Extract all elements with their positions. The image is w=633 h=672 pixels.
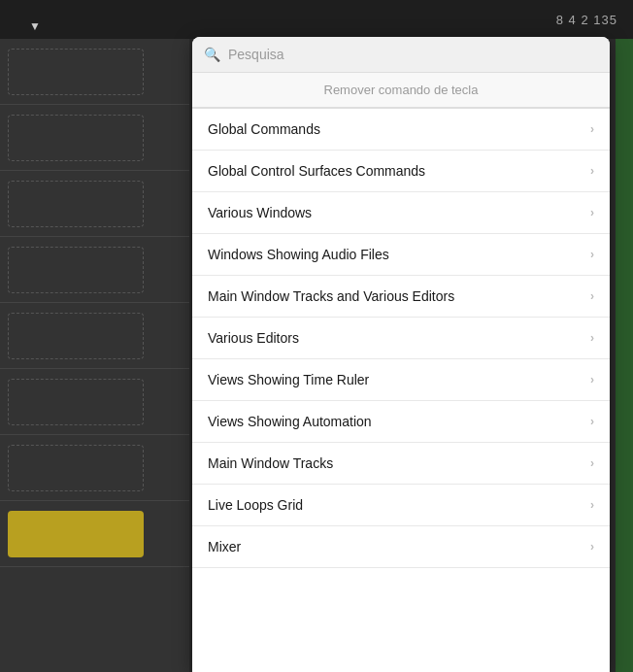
remove-command-label: Remover comando de tecla xyxy=(192,73,610,108)
top-bar-numbers: 8 4 2 135 xyxy=(556,13,617,27)
chevron-right-icon: › xyxy=(590,331,594,345)
menu-item-label-live-loops-grid: Live Loops Grid xyxy=(208,497,303,513)
menu-item-label-windows-audio-files: Windows Showing Audio Files xyxy=(208,247,389,262)
track-row-2 xyxy=(0,105,189,171)
menu-item-label-various-windows: Various Windows xyxy=(208,205,312,220)
menu-item-global-commands[interactable]: Global Commands› xyxy=(192,109,610,151)
menu-item-views-automation[interactable]: Views Showing Automation› xyxy=(192,401,610,443)
menu-item-various-windows[interactable]: Various Windows› xyxy=(192,192,610,234)
chevron-right-icon: › xyxy=(590,122,594,136)
chevron-right-icon: › xyxy=(590,373,594,386)
track-yellow-block xyxy=(8,511,144,557)
chevron-right-icon: › xyxy=(590,456,594,470)
track-row-4 xyxy=(0,237,189,303)
right-strip xyxy=(616,39,633,672)
track-row-1 xyxy=(0,39,189,105)
track-placeholder-7 xyxy=(8,445,144,491)
menu-item-label-main-window-tracks-only: Main Window Tracks xyxy=(208,455,333,471)
chevron-right-icon: › xyxy=(590,164,594,178)
menu-item-label-global-commands: Global Commands xyxy=(208,121,320,137)
track-row-6 xyxy=(0,369,189,435)
menu-item-live-loops-grid[interactable]: Live Loops Grid› xyxy=(192,485,610,526)
menu-item-label-views-automation: Views Showing Automation xyxy=(208,414,372,429)
menu-item-label-views-time-ruler: Views Showing Time Ruler xyxy=(208,372,369,387)
search-container: 🔍 xyxy=(192,37,610,73)
menu-list[interactable]: Global Commands›Global Control Surfaces … xyxy=(192,109,610,672)
dropdown-arrow-icon[interactable]: ▼ xyxy=(29,19,41,33)
search-input[interactable] xyxy=(228,47,598,62)
popup-menu: 🔍 Remover comando de tecla Global Comman… xyxy=(192,37,610,672)
track-row-8 xyxy=(0,501,189,567)
track-row-5 xyxy=(0,303,189,369)
menu-item-mixer[interactable]: Mixer› xyxy=(192,526,610,568)
track-placeholder-2 xyxy=(8,115,144,161)
top-bar: 8 4 2 135 xyxy=(0,0,633,39)
track-placeholder-3 xyxy=(8,181,144,227)
menu-item-label-mixer: Mixer xyxy=(208,539,241,554)
menu-item-windows-audio-files[interactable]: Windows Showing Audio Files› xyxy=(192,234,610,276)
menu-item-label-main-window-tracks: Main Window Tracks and Various Editors xyxy=(208,288,454,304)
track-placeholder-1 xyxy=(8,49,144,95)
chevron-right-icon: › xyxy=(590,206,594,219)
chevron-right-icon: › xyxy=(590,498,594,512)
menu-item-label-global-control-surfaces: Global Control Surfaces Commands xyxy=(208,163,425,179)
chevron-right-icon: › xyxy=(590,289,594,303)
track-placeholder-5 xyxy=(8,313,144,359)
search-icon: 🔍 xyxy=(204,47,220,62)
chevron-right-icon: › xyxy=(590,248,594,261)
track-row-3 xyxy=(0,171,189,237)
menu-item-views-time-ruler[interactable]: Views Showing Time Ruler› xyxy=(192,359,610,401)
chevron-right-icon: › xyxy=(590,540,594,554)
track-placeholder-4 xyxy=(8,247,144,293)
track-area xyxy=(0,39,189,672)
chevron-right-icon: › xyxy=(590,415,594,428)
menu-item-various-editors[interactable]: Various Editors› xyxy=(192,318,610,359)
menu-item-label-various-editors: Various Editors xyxy=(208,330,299,346)
menu-item-main-window-tracks-only[interactable]: Main Window Tracks› xyxy=(192,443,610,485)
menu-item-main-window-tracks[interactable]: Main Window Tracks and Various Editors› xyxy=(192,276,610,318)
track-row-7 xyxy=(0,435,189,501)
track-placeholder-6 xyxy=(8,379,144,425)
menu-item-global-control-surfaces[interactable]: Global Control Surfaces Commands› xyxy=(192,151,610,192)
